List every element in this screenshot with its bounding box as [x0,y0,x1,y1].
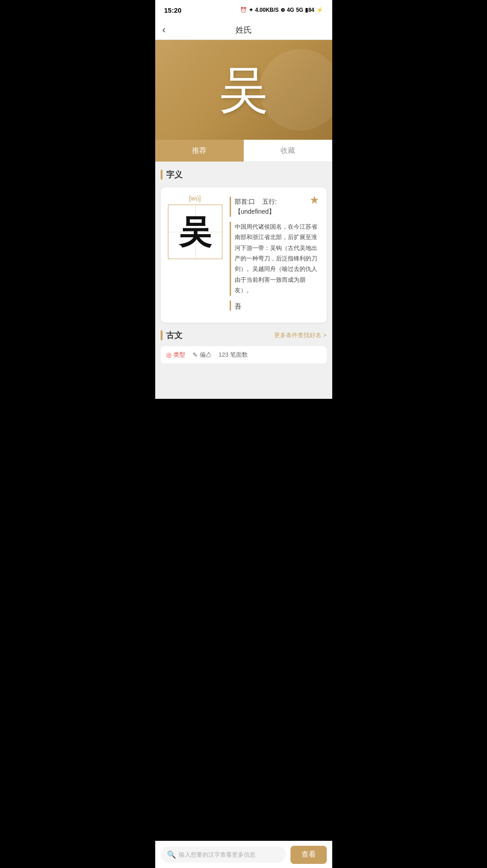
hero-banner: 吴 [155,40,332,140]
char-display: [wú] 吴 [168,195,222,259]
more-link[interactable]: 更多条件查找好名 > [274,331,326,339]
alt-char-row: 吾 [230,300,320,311]
ziyi-section: 字义 ★ [wú] 吴 [161,167,327,323]
info-border-1 [230,196,231,217]
battery-icon: ▮84 [305,7,314,13]
alarm-icon: ⏰ [240,7,247,13]
tab-recommend[interactable]: 推荐 [155,140,244,162]
signal-4g: 4G [287,7,294,13]
guwen-header-left: 古文 [161,330,182,341]
status-icons: ⏰ ✦ 4.00KB/S ⊕ 4G 5G ▮84 ⚡ [240,7,323,13]
content-area: 字义 ★ [wú] 吴 [155,162,332,399]
back-button[interactable]: ‹ [162,24,166,36]
undefined-text: 【undefined】 [235,206,277,216]
guwen-section: 古文 更多条件查找好名 > ◎ 类型 ✎ 偏亼 123 笔面数 [161,330,327,363]
filter-bar: ◎ 类型 ✎ 偏亼 123 笔面数 [161,346,327,363]
tab-bar: 推荐 收藏 [155,140,332,162]
card-body: [wú] 吴 部首:口 [168,195,320,315]
star-button[interactable]: ★ [310,194,320,206]
info-border-2 [230,221,231,296]
data-speed: 4.00KB/S [255,7,279,13]
signal-5g: 5G [296,7,303,13]
status-time: 15:20 [164,6,182,14]
section-indicator [161,170,162,180]
wifi-icon: ⊕ [280,7,285,13]
description-row: 中国周代诸侯国名，在今江苏省南部和浙江省北部，后扩展至淮河下游一带：吴钩（古代吴… [230,221,320,296]
ziyi-section-header: 字义 [161,167,327,182]
page-title: 姓氏 [236,25,252,35]
character-card: ★ [wú] 吴 [161,187,327,323]
bluetooth-icon: ✦ [249,7,253,13]
filter-strokes[interactable]: 123 笔面数 [219,351,248,359]
description-text: 中国周代诸侯国名，在今江苏省南部和浙江省北部，后扩展至淮河下游一带：吴钩（古代吴… [235,221,320,296]
tab-collect[interactable]: 收藏 [244,140,332,162]
filter-type[interactable]: ◎ 类型 [166,351,185,359]
char-big: 吴 [179,216,212,248]
charging-icon: ⚡ [316,7,323,13]
bushou-text: 部首:口 五行: [235,196,277,206]
alt-char: 吾 [235,302,241,311]
status-bar: 15:20 ⏰ ✦ 4.00KB/S ⊕ 4G 5G ▮84 ⚡ [155,0,332,20]
char-pinyin: [wú] [189,195,201,202]
guwen-indicator [161,330,162,340]
bias-icon: ✎ [192,351,198,358]
bushou-row: 部首:口 五行: 【undefined】 [230,196,320,217]
char-info: 部首:口 五行: 【undefined】 中国周代诸侯国名，在今江苏省南部和浙江… [230,195,320,315]
guwen-title: 古文 [166,330,182,341]
ziyi-title: 字义 [166,169,182,180]
char-box: 吴 [168,205,222,259]
nav-bar: ‹ 姓氏 [155,20,332,40]
type-icon: ◎ [166,351,172,358]
guwen-header: 古文 更多条件查找好名 > [161,330,327,341]
filter-bias[interactable]: ✎ 偏亼 [192,351,212,359]
info-border-3 [230,300,231,311]
hero-character: 吴 [219,65,269,115]
